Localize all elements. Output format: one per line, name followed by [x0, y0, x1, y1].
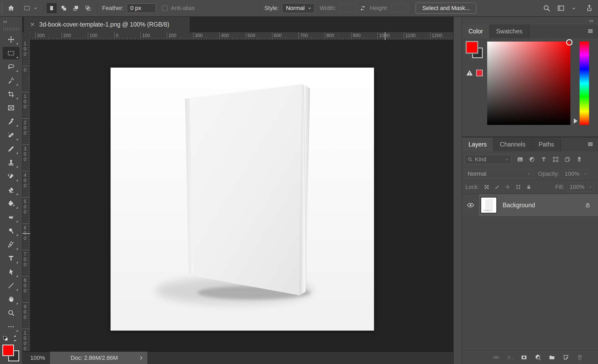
divider	[97, 3, 97, 14]
document-tab[interactable]: × 3d-book-cover-template-1.png @ 100% (R…	[24, 17, 190, 32]
tab-color[interactable]: Color	[462, 24, 490, 38]
zoom-tool[interactable]	[2, 306, 20, 320]
line-tool[interactable]	[2, 279, 20, 292]
feather-input[interactable]	[127, 3, 156, 13]
layer-row-main[interactable]: Background	[479, 194, 598, 216]
crop-tool[interactable]	[2, 87, 20, 101]
filter-adjustment-icon[interactable]	[529, 156, 535, 163]
move-tool[interactable]	[2, 33, 20, 46]
path-selection-tool[interactable]	[2, 265, 20, 279]
select-and-mask-button[interactable]: Select and Mask...	[416, 3, 476, 14]
layer-filter-select[interactable]: Kind	[465, 155, 512, 164]
tab-channels[interactable]: Channels	[494, 138, 532, 151]
subtract-from-selection-button[interactable]	[70, 3, 81, 14]
workspace-icon[interactable]	[557, 4, 565, 12]
width-input[interactable]	[339, 4, 356, 12]
swap-dimensions-icon[interactable]	[359, 4, 367, 12]
swap-colors-icon[interactable]	[12, 335, 18, 342]
tab-paths[interactable]: Paths	[532, 138, 561, 151]
filter-type-icon[interactable]	[540, 156, 547, 163]
filter-smart-object-icon[interactable]	[564, 156, 571, 163]
search-icon[interactable]	[543, 4, 551, 12]
lock-artboard-icon[interactable]	[515, 184, 521, 190]
pen-tool[interactable]	[2, 238, 20, 251]
toolbar-collapse[interactable]: ››	[0, 17, 22, 26]
tool-preset-marquee-icon[interactable]	[23, 4, 31, 12]
clone-stamp-tool[interactable]	[2, 156, 20, 169]
filter-shape-icon[interactable]	[552, 156, 559, 163]
frame-tool[interactable]	[2, 101, 20, 115]
dock-collapse[interactable]: ››	[462, 17, 598, 24]
tab-layers[interactable]: Layers	[462, 138, 494, 151]
fill-input[interactable]: 100%	[567, 182, 594, 192]
canvas[interactable]	[111, 68, 374, 331]
new-selection-button[interactable]	[46, 3, 57, 14]
zoom-level[interactable]: 100%	[22, 355, 50, 361]
new-layer-icon[interactable]	[562, 354, 569, 361]
lock-transparency-icon[interactable]	[484, 184, 490, 190]
chevron-down-icon[interactable]	[571, 4, 579, 12]
eraser-tool[interactable]	[2, 183, 20, 197]
share-icon[interactable]	[585, 4, 593, 12]
blend-mode-select[interactable]: Normal	[465, 169, 534, 179]
close-tab-icon[interactable]: ×	[30, 21, 34, 28]
brush-tool[interactable]	[2, 142, 20, 156]
pasteboard[interactable]	[30, 40, 453, 351]
ruler-horizontal[interactable]: 3002001000100200300400500600700800900100…	[30, 32, 453, 40]
history-brush-tool[interactable]	[2, 169, 20, 183]
ruler-corner[interactable]	[22, 32, 30, 40]
paint-bucket-tool[interactable]	[2, 197, 20, 210]
tool-preset-chevron-icon[interactable]	[32, 4, 39, 12]
home-button[interactable]	[7, 4, 15, 12]
flyout-indicator	[16, 125, 18, 127]
saturation-brightness-field[interactable]	[487, 42, 570, 125]
color-selection-ring[interactable]	[566, 39, 572, 46]
layer-lock-icon[interactable]	[584, 202, 591, 209]
opacity-input[interactable]: 100%	[562, 169, 589, 179]
magic-wand-tool[interactable]	[2, 74, 20, 87]
type-tool[interactable]	[2, 251, 20, 265]
rectangular-marquee-tool[interactable]	[2, 46, 20, 60]
hue-slider-arrow[interactable]	[574, 118, 577, 124]
foreground-color-swatch[interactable]	[2, 345, 14, 356]
hand-tool[interactable]	[2, 292, 20, 306]
smudge-tool[interactable]	[2, 210, 20, 224]
new-group-icon[interactable]	[549, 354, 555, 361]
style-select[interactable]: Normal	[282, 3, 315, 13]
height-input[interactable]	[391, 4, 408, 12]
panel-menu-icon[interactable]	[587, 28, 594, 35]
lock-all-icon[interactable]	[526, 184, 532, 190]
new-adjustment-layer-icon[interactable]	[535, 354, 541, 361]
intersect-selection-button[interactable]	[82, 3, 93, 14]
toolbar-grip[interactable]	[0, 26, 22, 33]
options-bar-grip[interactable]	[1, 2, 3, 14]
default-colors-icon[interactable]	[2, 335, 9, 342]
add-to-selection-button[interactable]	[58, 3, 69, 14]
filter-toggle[interactable]	[576, 156, 583, 163]
chevron-right-icon[interactable]	[138, 355, 144, 361]
ruler-vertical[interactable]: 10001002003004005006007008009001000	[22, 40, 30, 351]
tab-swatches[interactable]: Swatches	[490, 24, 529, 38]
more-tools[interactable]	[2, 320, 20, 333]
panel-gutter[interactable]	[453, 17, 462, 364]
lasso-tool[interactable]	[2, 60, 20, 74]
document-info[interactable]: Doc: 2.86M/2.86M	[50, 352, 147, 364]
add-layer-mask-icon[interactable]	[521, 354, 527, 361]
layer-list-empty-area[interactable]	[462, 216, 598, 350]
lock-paint-icon[interactable]	[494, 184, 500, 190]
hue-slider[interactable]	[580, 42, 589, 125]
layer-visibility-toggle[interactable]	[462, 194, 479, 216]
gamut-safe-swatch[interactable]	[476, 70, 483, 76]
healing-brush-tool[interactable]	[2, 128, 20, 142]
filter-image-icon[interactable]	[517, 156, 524, 163]
anti-alias-checkbox[interactable]	[162, 6, 168, 11]
layer-row[interactable]: Background	[462, 194, 598, 216]
flyout-indicator	[16, 84, 18, 85]
gamut-warning-icon[interactable]	[466, 69, 473, 77]
panel-menu-icon[interactable]	[587, 141, 594, 148]
foreground-color-swatch[interactable]	[466, 41, 478, 53]
eyedropper-tool[interactable]	[2, 115, 20, 128]
dodge-tool[interactable]	[2, 224, 20, 238]
lock-move-icon[interactable]	[505, 184, 511, 190]
layer-thumbnail[interactable]	[481, 197, 497, 213]
